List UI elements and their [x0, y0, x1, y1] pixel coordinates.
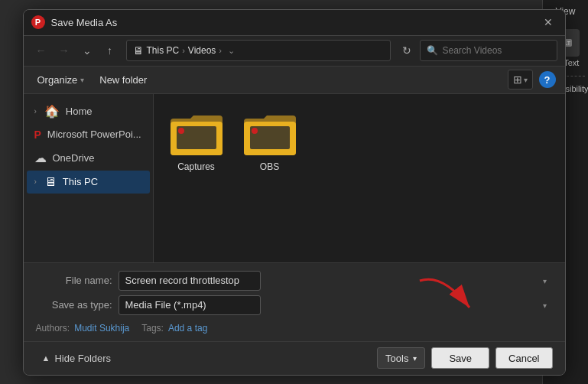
files-area: Captures OBS	[154, 94, 565, 262]
breadcrumb-sep-2: ›	[219, 46, 222, 55]
folder-captures-icon	[169, 111, 224, 157]
app-icon: P	[31, 15, 45, 29]
tags-item: Tags: Add a tag	[141, 323, 207, 334]
filename-chevron-icon: ▾	[543, 276, 547, 285]
search-icon: 🔍	[427, 45, 438, 56]
pc-sidebar-icon: 🖥	[44, 175, 57, 189]
sidebar-item-this-pc[interactable]: › 🖥 This PC	[27, 171, 150, 194]
toolbar: Organize ▾ New folder ⊞ ▾ ?	[24, 67, 565, 94]
breadcrumb-chevron: ⌄	[228, 46, 235, 56]
sidebar-label-this-pc: This PC	[63, 176, 98, 187]
filename-area: File name: ▾ Save as type: ▾ Authors: Mu…	[24, 262, 565, 341]
dialog-title: Save Media As	[51, 17, 539, 28]
savetype-label: Save as type:	[36, 299, 112, 311]
tools-chevron-icon: ▾	[413, 354, 417, 363]
organize-chevron-icon: ▾	[80, 76, 84, 84]
dropdown-button[interactable]: ⌄	[77, 41, 97, 60]
sidebar: › 🏠 Home P Microsoft PowerPoi... ☁ OneDr…	[24, 94, 154, 262]
authors-value[interactable]: Mudit Sukhija	[74, 323, 129, 334]
powerpoint-icon: P	[34, 129, 41, 141]
close-button[interactable]: ✕	[539, 13, 557, 31]
sidebar-item-home[interactable]: › 🏠 Home	[27, 99, 150, 123]
home-icon: 🏠	[44, 104, 60, 119]
sidebar-item-powerpoint[interactable]: P Microsoft PowerPoi...	[27, 124, 150, 145]
nav-bar: ← → ⌄ ↑ 🖥 This PC › Videos › ⌄ ↻ 🔍	[24, 36, 565, 67]
cancel-button[interactable]: Cancel	[495, 347, 552, 369]
footer: ▲ Hide Folders Tools ▾ Save Cancel	[24, 341, 565, 375]
help-button[interactable]: ?	[539, 71, 556, 88]
search-input[interactable]	[443, 45, 551, 56]
hide-folders-chevron-icon: ▲	[42, 353, 50, 363]
save-button[interactable]: Save	[431, 347, 489, 369]
svg-point-5	[252, 128, 258, 134]
folder-captures-label: Captures	[177, 161, 215, 172]
filename-input-wrapper: ▾	[119, 271, 553, 291]
filename-label: File name:	[36, 275, 112, 286]
view-icon: ⊞	[513, 73, 522, 86]
tags-label: Tags:	[141, 323, 164, 334]
breadcrumb-this-pc: 🖥 This PC	[133, 44, 180, 57]
hide-folders-label: Hide Folders	[54, 353, 111, 364]
savetype-input-wrapper: ▾	[119, 295, 553, 315]
view-toggle[interactable]: ⊞ ▾	[508, 70, 533, 89]
onedrive-icon: ☁	[34, 151, 47, 165]
sidebar-item-onedrive[interactable]: ☁ OneDrive	[27, 146, 150, 170]
title-bar: P Save Media As ✕	[24, 10, 565, 36]
back-button[interactable]: ←	[31, 41, 51, 60]
meta-row: Authors: Mudit Sukhija Tags: Add a tag	[36, 320, 553, 337]
expand-arrow-pc: ›	[34, 177, 37, 186]
svg-point-3	[178, 128, 184, 134]
tags-value[interactable]: Add a tag	[168, 323, 207, 334]
sidebar-label-home: Home	[66, 106, 93, 117]
breadcrumb-sep-1: ›	[182, 46, 185, 55]
savetype-row: Save as type: ▾	[36, 295, 553, 315]
up-button[interactable]: ↑	[100, 41, 120, 60]
folder-captures[interactable]: Captures	[166, 106, 227, 177]
savetype-chevron-icon: ▾	[543, 301, 547, 309]
search-bar: 🔍	[420, 40, 557, 61]
organize-button[interactable]: Organize ▾	[33, 72, 89, 88]
savetype-input[interactable]	[119, 295, 261, 315]
save-dialog: P Save Media As ✕ ← → ⌄ ↑ 🖥 This PC › Vi…	[23, 9, 566, 376]
folder-obs-label: OBS	[260, 161, 279, 172]
hide-folders-button[interactable]: ▲ Hide Folders	[36, 350, 118, 367]
new-folder-button[interactable]: New folder	[95, 72, 151, 88]
sidebar-label-powerpoint: Microsoft PowerPoi...	[47, 129, 141, 140]
sidebar-label-onedrive: OneDrive	[53, 152, 95, 164]
authors-item: Authors: Mudit Sukhija	[36, 323, 130, 334]
pc-icon: 🖥	[133, 44, 144, 57]
organize-label: Organize	[37, 74, 78, 86]
view-chevron-icon: ▾	[524, 76, 528, 84]
content-area: › 🏠 Home P Microsoft PowerPoi... ☁ OneDr…	[24, 94, 565, 262]
breadcrumb-videos: Videos	[188, 45, 216, 56]
expand-arrow-home: ›	[34, 107, 37, 116]
breadcrumb: 🖥 This PC › Videos › ⌄	[126, 40, 391, 61]
filename-input[interactable]	[119, 271, 261, 291]
authors-label: Authors:	[36, 323, 70, 334]
forward-button[interactable]: →	[54, 41, 74, 60]
refresh-button[interactable]: ↻	[397, 41, 417, 60]
folder-obs[interactable]: OBS	[239, 106, 300, 177]
folder-obs-icon	[242, 111, 297, 157]
tools-button[interactable]: Tools ▾	[377, 347, 425, 369]
filename-row: File name: ▾	[36, 271, 553, 291]
tools-label: Tools	[385, 353, 408, 364]
